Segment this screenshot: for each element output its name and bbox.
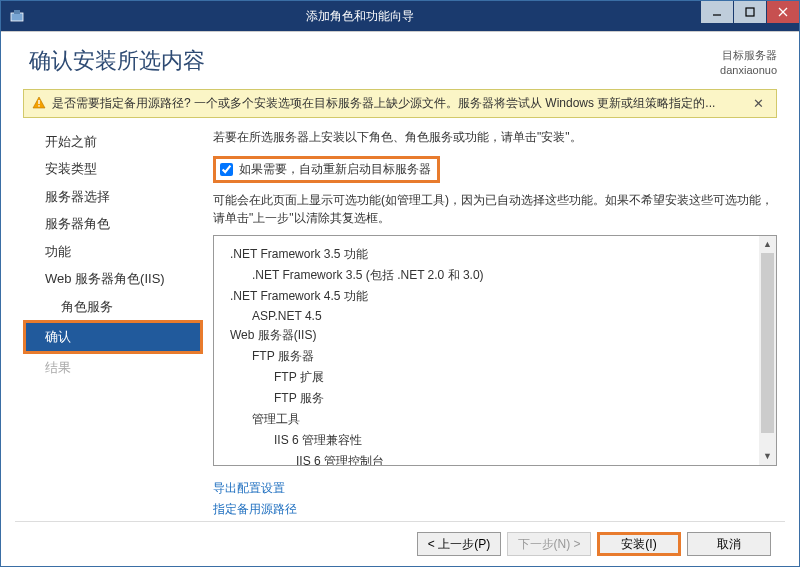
sidebar-item-iis[interactable]: Web 服务器角色(IIS) bbox=[23, 265, 203, 293]
scroll-up-icon[interactable]: ▲ bbox=[759, 236, 776, 253]
content-area: 确认安装所选内容 目标服务器 danxiaonuo 是否需要指定备用源路径? 一… bbox=[1, 31, 799, 566]
close-button[interactable] bbox=[766, 1, 799, 23]
sidebar-item-server-roles[interactable]: 服务器角色 bbox=[23, 210, 203, 238]
svg-rect-3 bbox=[746, 8, 754, 16]
maximize-button[interactable] bbox=[733, 1, 766, 23]
links-block: 导出配置设置 指定备用源路径 bbox=[213, 478, 777, 521]
titlebar: 添加角色和功能向导 bbox=[1, 1, 799, 31]
svg-rect-7 bbox=[38, 100, 39, 104]
warning-text: 是否需要指定备用源路径? 一个或多个安装选项在目标服务器上缺少源文件。服务器将尝… bbox=[52, 95, 749, 112]
columns: 开始之前 安装类型 服务器选择 服务器角色 功能 Web 服务器角色(IIS) … bbox=[15, 128, 785, 521]
svg-rect-0 bbox=[11, 13, 23, 21]
page-title: 确认安装所选内容 bbox=[29, 46, 720, 76]
warning-bar: 是否需要指定备用源路径? 一个或多个安装选项在目标服务器上缺少源文件。服务器将尝… bbox=[23, 89, 777, 118]
list-item: FTP 服务 bbox=[222, 388, 776, 409]
sidebar-item-server-selection[interactable]: 服务器选择 bbox=[23, 183, 203, 211]
list-item: .NET Framework 4.5 功能 bbox=[222, 286, 776, 307]
header-row: 确认安装所选内容 目标服务器 danxiaonuo bbox=[15, 32, 785, 89]
sidebar-item-features[interactable]: 功能 bbox=[23, 238, 203, 266]
wizard-window: 添加角色和功能向导 确认安装所选内容 目标服务器 danxiaonuo 是否需要… bbox=[0, 0, 800, 567]
list-item: .NET Framework 3.5 功能 bbox=[222, 244, 776, 265]
destination-label: 目标服务器 bbox=[720, 48, 777, 63]
selection-listbox[interactable]: .NET Framework 3.5 功能.NET Framework 3.5 … bbox=[213, 235, 777, 466]
list-item: IIS 6 管理控制台 bbox=[222, 451, 776, 466]
list-item: IIS 6 管理兼容性 bbox=[222, 430, 776, 451]
warning-close[interactable]: ✕ bbox=[749, 96, 768, 111]
window-title: 添加角色和功能向导 bbox=[31, 8, 799, 25]
export-config-link[interactable]: 导出配置设置 bbox=[213, 481, 285, 495]
svg-rect-8 bbox=[38, 105, 39, 106]
sidebar-item-confirmation[interactable]: 确认 bbox=[23, 320, 203, 354]
cancel-button[interactable]: 取消 bbox=[687, 532, 771, 556]
minimize-button[interactable] bbox=[700, 1, 733, 23]
main-panel: 若要在所选服务器上安装以下角色、角色服务或功能，请单击"安装"。 如果需要，自动… bbox=[203, 128, 777, 521]
list-item: FTP 服务器 bbox=[222, 346, 776, 367]
instruction-text: 若要在所选服务器上安装以下角色、角色服务或功能，请单击"安装"。 bbox=[213, 128, 777, 146]
list-item: .NET Framework 3.5 (包括 .NET 2.0 和 3.0) bbox=[222, 265, 776, 286]
list-item: Web 服务器(IIS) bbox=[222, 325, 776, 346]
scroll-down-icon[interactable]: ▼ bbox=[759, 448, 776, 465]
app-icon bbox=[9, 8, 25, 24]
sidebar: 开始之前 安装类型 服务器选择 服务器角色 功能 Web 服务器角色(IIS) … bbox=[23, 128, 203, 521]
destination-value: danxiaonuo bbox=[720, 63, 777, 78]
auto-restart-checkbox[interactable] bbox=[220, 163, 233, 176]
listbox-scrollbar[interactable]: ▲ ▼ bbox=[759, 236, 776, 465]
warning-icon bbox=[32, 96, 46, 110]
alt-source-link[interactable]: 指定备用源路径 bbox=[213, 502, 297, 516]
sidebar-item-before[interactable]: 开始之前 bbox=[23, 128, 203, 156]
auto-restart-row[interactable]: 如果需要，自动重新启动目标服务器 bbox=[213, 156, 440, 183]
scroll-thumb[interactable] bbox=[761, 253, 774, 433]
next-button: 下一步(N) > bbox=[507, 532, 591, 556]
previous-button[interactable]: < 上一步(P) bbox=[417, 532, 501, 556]
list-item: ASP.NET 4.5 bbox=[222, 307, 776, 325]
list-item: FTP 扩展 bbox=[222, 367, 776, 388]
explain-text: 可能会在此页面上显示可选功能(如管理工具)，因为已自动选择这些功能。如果不希望安… bbox=[213, 191, 777, 227]
svg-rect-1 bbox=[14, 10, 20, 14]
install-button[interactable]: 安装(I) bbox=[597, 532, 681, 556]
list-item: 管理工具 bbox=[222, 409, 776, 430]
sidebar-item-install-type[interactable]: 安装类型 bbox=[23, 155, 203, 183]
sidebar-item-role-services[interactable]: 角色服务 bbox=[23, 293, 203, 321]
destination-block: 目标服务器 danxiaonuo bbox=[720, 48, 777, 79]
auto-restart-label: 如果需要，自动重新启动目标服务器 bbox=[239, 161, 431, 178]
sidebar-item-results: 结果 bbox=[23, 354, 203, 382]
footer: < 上一步(P) 下一步(N) > 安装(I) 取消 bbox=[15, 521, 785, 566]
